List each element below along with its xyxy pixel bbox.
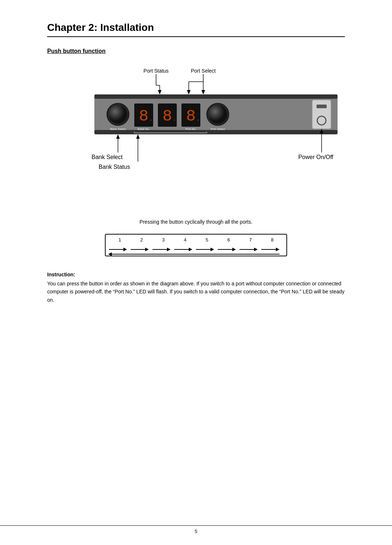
instruction-text: You can press the button in order as sho… [47, 280, 345, 304]
svg-text:5: 5 [205, 237, 208, 243]
svg-marker-52 [232, 248, 236, 251]
svg-marker-46 [167, 248, 171, 251]
page-number: 5 [195, 529, 197, 534]
sublabel-port-select: Port Select [211, 127, 225, 131]
svg-marker-48 [189, 248, 192, 251]
page-footer: 5 [0, 525, 392, 534]
svg-text:3: 3 [162, 237, 164, 243]
diagram-wrapper: Port Status Port Select [47, 65, 345, 219]
device-diagram: Port Status Port Select [47, 65, 345, 218]
instruction-label: Instruction: [47, 272, 345, 277]
svg-text:7: 7 [249, 237, 252, 243]
bank-status-label: Bank Status [99, 164, 130, 170]
svg-text:8: 8 [271, 237, 273, 243]
display1: 8 [139, 107, 148, 125]
page: Chapter 2: Installation Push button func… [33, 0, 359, 326]
sublabel-port-no: Port No. [185, 127, 196, 131]
sublabel-reset: Reset [167, 134, 175, 137]
svg-marker-29 [136, 134, 140, 139]
port-select-top-label: Port Select [191, 68, 216, 74]
cycling-section: Pressing the button cyclically through a… [47, 219, 345, 261]
port-status-label: Port Status [143, 68, 168, 74]
cycling-description: Pressing the button cyclically through a… [47, 219, 345, 225]
svg-marker-50 [211, 248, 214, 251]
display1-dot: . [150, 114, 152, 122]
svg-text:1: 1 [118, 237, 121, 243]
svg-rect-32 [105, 234, 287, 256]
svg-marker-27 [116, 134, 120, 139]
svg-text:6: 6 [227, 237, 230, 243]
instruction-section: Instruction: You can press the button in… [47, 272, 345, 304]
svg-marker-7 [187, 90, 191, 94]
sublabel-bank-no: Bank No. [138, 127, 150, 131]
section-title: Push button function [47, 48, 345, 54]
display2-dot: . [173, 114, 176, 122]
cycling-diagram: 1 2 3 4 5 6 7 8 [102, 231, 290, 260]
svg-marker-44 [145, 248, 149, 251]
display3-dot: . [197, 114, 199, 122]
chapter-title: Chapter 2: Installation [47, 22, 345, 37]
svg-marker-56 [276, 248, 279, 251]
svg-text:4: 4 [184, 237, 186, 243]
svg-text:2: 2 [140, 237, 143, 243]
svg-marker-9 [201, 90, 205, 94]
svg-rect-24 [317, 105, 327, 108]
power-onoff-label: Power On/Off [298, 154, 334, 160]
svg-marker-3 [158, 90, 162, 94]
bank-select-label: Bank Select [91, 154, 123, 160]
svg-marker-54 [254, 248, 258, 251]
display3: 8 [186, 107, 196, 125]
svg-rect-11 [94, 94, 338, 99]
svg-marker-42 [123, 248, 127, 251]
svg-marker-58 [108, 252, 112, 256]
svg-point-19 [208, 105, 227, 124]
svg-point-14 [109, 105, 127, 124]
display2: 8 [163, 107, 172, 125]
sublabel-bank-select: Bank Select [110, 127, 126, 131]
